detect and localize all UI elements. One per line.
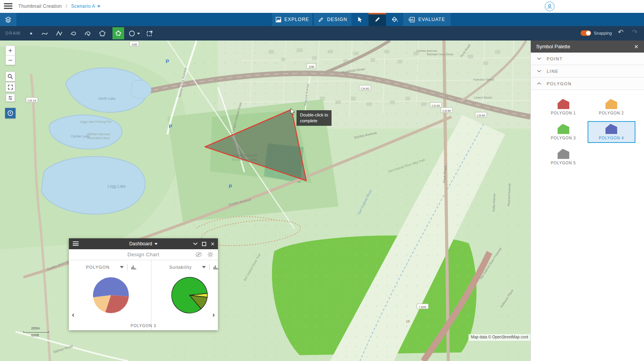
right-chart-source-dropdown[interactable]: Suitability xyxy=(169,265,192,269)
svg-text:Linard Street: Linard Street xyxy=(474,96,492,99)
maximize-icon xyxy=(202,242,206,246)
section-line[interactable]: LINE xyxy=(531,65,644,77)
design-chart-title: Design Chart xyxy=(128,252,160,257)
scenario-dropdown[interactable]: Scenario A xyxy=(71,4,100,9)
select-tool-button[interactable] xyxy=(351,13,369,26)
tab-evaluate-label: EVALUATE xyxy=(418,17,445,22)
polygon-symbol-grid: POLYGON 1 POLYGON 2 POLYGON 3 POLYGON 4 … xyxy=(531,90,644,168)
visibility-off-icon[interactable] xyxy=(195,252,202,257)
section-polygon[interactable]: POLYGON xyxy=(531,77,644,90)
section-point[interactable]: POINT xyxy=(531,53,644,65)
freehand-polygon-tool-button[interactable] xyxy=(83,29,93,38)
draw-toolbar: DRAW Snapping ↶ ↷ xyxy=(0,26,644,41)
breadcrumb-project[interactable]: Thumbnail Creation xyxy=(18,4,62,9)
chart-footer-label: POLYGON 3 xyxy=(69,324,218,328)
chevron-down-icon[interactable] xyxy=(202,266,206,268)
undo-button[interactable]: ↶ xyxy=(618,28,623,36)
autocomplete-polygon-tool-button[interactable] xyxy=(112,27,124,39)
dashboard-menu-icon[interactable] xyxy=(73,241,79,247)
section-point-label: POINT xyxy=(547,56,563,61)
chevron-down-icon xyxy=(97,5,100,7)
svg-text:Whittier Narrows: Whittier Narrows xyxy=(87,132,110,136)
symbol-palette-header: Symbol Palette ✕ xyxy=(531,41,644,53)
active-polygon-icon xyxy=(114,30,122,37)
dashboard-subheader: Design Chart xyxy=(69,249,218,260)
svg-text:Durfee Avenue: Durfee Avenue xyxy=(417,49,437,53)
tab-design-label: DESIGN xyxy=(327,17,347,22)
symbol-polygon-3[interactable]: POLYGON 3 xyxy=(539,121,588,143)
draw-tooltip: Double-click to complete xyxy=(297,110,332,126)
svg-text:CA 19: CA 19 xyxy=(28,99,36,102)
draw-tool-button[interactable] xyxy=(369,13,386,26)
layers-icon xyxy=(5,16,12,23)
tab-evaluate[interactable]: EVALUATE xyxy=(403,13,451,26)
svg-text:10B: 10B xyxy=(309,65,314,69)
main-nav: EXPLORE DESIGN EVALUATE xyxy=(0,13,644,26)
svg-text:P: P xyxy=(169,123,172,129)
swap-arrows-icon xyxy=(7,96,13,100)
dashboard-window: Dashboard ✕ Design Chart POLYGON Suitabi… xyxy=(69,238,218,330)
circle-tool-dropdown[interactable] xyxy=(128,29,141,38)
left-chart-controls: POLYGON xyxy=(86,263,137,271)
layers-button[interactable] xyxy=(0,13,16,26)
carousel-prev-button[interactable]: ‹ xyxy=(72,311,74,319)
previous-extent-button[interactable] xyxy=(6,94,15,102)
close-icon[interactable]: ✕ xyxy=(211,241,215,247)
carousel-next-button[interactable]: › xyxy=(212,311,215,319)
pencil-icon xyxy=(318,17,324,23)
bar-chart-icon[interactable] xyxy=(213,265,219,270)
polygon-swatch xyxy=(558,124,569,134)
scale-bar-line xyxy=(23,331,49,333)
curve-tool-button[interactable] xyxy=(40,29,49,38)
expand-arrows-icon xyxy=(7,84,13,90)
polygon-swatch xyxy=(605,99,617,109)
tab-design[interactable]: DESIGN xyxy=(314,13,351,26)
user-avatar[interactable] xyxy=(545,2,555,11)
map-search-button[interactable] xyxy=(5,72,15,81)
redo-button[interactable]: ↷ xyxy=(632,28,637,36)
svg-text:Kella Avenue: Kella Avenue xyxy=(492,193,496,211)
segment-analysis-button[interactable] xyxy=(5,108,16,118)
fill-tool-button[interactable] xyxy=(386,13,403,26)
geoplanner-app: { "topbar": { "breadcrumb": "Thumbnail C… xyxy=(0,0,644,361)
svg-text:Recreation Area: Recreation Area xyxy=(87,136,110,140)
edit-vertices-tool-button[interactable] xyxy=(145,29,154,38)
symbol-polygon-1[interactable]: POLYGON 1 xyxy=(539,96,588,118)
zoom-out-button[interactable]: − xyxy=(5,55,15,65)
chevron-down-icon[interactable] xyxy=(120,266,124,268)
svg-text:P: P xyxy=(229,183,232,189)
dashboard-title[interactable]: Dashboard xyxy=(129,241,152,247)
pane-divider xyxy=(151,260,151,330)
compass-icon xyxy=(7,110,14,116)
full-extent-button[interactable] xyxy=(5,82,15,92)
right-chart-controls: Suitability xyxy=(169,263,219,271)
app-menu-icon[interactable] xyxy=(4,3,12,10)
zoom-in-button[interactable]: + xyxy=(5,46,15,55)
point-tool-button[interactable] xyxy=(26,29,36,38)
freehand-line-tool-button[interactable] xyxy=(69,29,78,38)
symbol-polygon-5[interactable]: POLYGON 5 xyxy=(539,146,588,168)
tab-explore[interactable]: EXPLORE xyxy=(272,13,312,26)
polygon-tool-button[interactable] xyxy=(98,29,107,38)
paint-bucket-icon xyxy=(391,16,398,23)
snapping-toggle[interactable] xyxy=(581,30,591,36)
close-icon[interactable]: ✕ xyxy=(634,44,639,50)
left-chart-source-dropdown[interactable]: POLYGON xyxy=(86,265,110,269)
symbol-palette-title: Symbol Palette xyxy=(536,44,570,49)
tab-explore-label: EXPLORE xyxy=(284,17,309,22)
section-polygon-label: POLYGON xyxy=(547,81,572,86)
gear-icon[interactable] xyxy=(207,252,213,257)
maximize-button[interactable] xyxy=(202,242,206,246)
symbol-polygon-2[interactable]: POLYGON 2 xyxy=(588,96,636,118)
svg-text:CA 60: CA 60 xyxy=(442,109,451,113)
dashboard-titlebar[interactable]: Dashboard ✕ xyxy=(69,238,218,249)
polyline-tool-button[interactable] xyxy=(54,29,64,38)
symbol-polygon-4[interactable]: POLYGON 4 xyxy=(588,121,636,143)
polygon-pie-chart xyxy=(91,276,130,315)
chevron-down-icon xyxy=(137,33,140,35)
person-icon xyxy=(547,4,553,9)
draw-toolbar-label: DRAW xyxy=(5,31,21,35)
bar-chart-icon[interactable] xyxy=(131,265,137,270)
section-line-label: LINE xyxy=(547,69,558,74)
collapse-button[interactable] xyxy=(193,242,198,245)
